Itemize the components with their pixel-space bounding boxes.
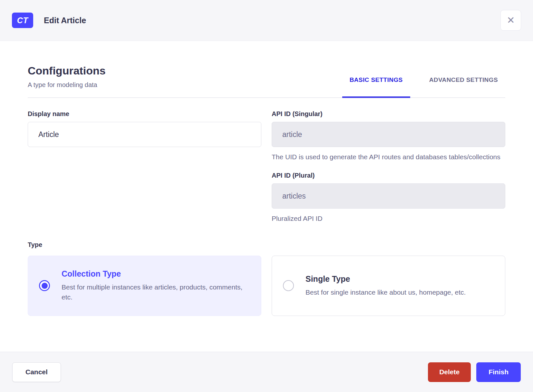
page-subtitle: A type for modeling data: [28, 81, 106, 89]
api-id-singular-field: API ID (Singular) The UID is used to gen…: [272, 110, 505, 162]
tab-basic-settings[interactable]: BASIC SETTINGS: [342, 76, 410, 98]
close-button[interactable]: ✕: [500, 10, 521, 31]
type-section: Type Collection Type Best for multiple i…: [28, 241, 505, 316]
tab-advanced-settings[interactable]: ADVANCED SETTINGS: [422, 76, 505, 98]
finish-button[interactable]: Finish: [476, 362, 521, 382]
single-type-description: Best for single instance like about us, …: [305, 287, 466, 298]
content-type-badge-label: CT: [17, 16, 28, 25]
footer-action-buttons: Delete Finish: [428, 362, 521, 382]
api-id-singular-label: API ID (Singular): [272, 110, 505, 118]
type-label: Type: [28, 241, 505, 249]
settings-tabs: BASIC SETTINGS ADVANCED SETTINGS: [342, 76, 505, 97]
page-title: Configurations: [28, 64, 106, 77]
form-left-column: Display name: [28, 110, 261, 147]
delete-button[interactable]: Delete: [428, 362, 471, 382]
radio-dot-icon: [42, 283, 48, 289]
single-type-title: Single Type: [305, 274, 466, 284]
collection-type-text: Collection Type Best for multiple instan…: [62, 269, 243, 302]
api-id-plural-field: API ID (Plural) Pluralized API ID: [272, 172, 505, 223]
configuration-form: Display name API ID (Singular) The UID i…: [28, 110, 505, 224]
api-id-singular-hint: The UID is used to generate the API rout…: [272, 152, 505, 162]
api-id-plural-input: [272, 183, 505, 209]
form-right-column: API ID (Singular) The UID is used to gen…: [272, 110, 505, 224]
single-type-text: Single Type Best for single instance lik…: [305, 274, 466, 298]
single-type-card[interactable]: Single Type Best for single instance lik…: [272, 256, 505, 316]
edit-content-type-modal: CT Edit Article ✕ Configurations A type …: [0, 0, 533, 392]
modal-title: Edit Article: [44, 16, 86, 25]
cancel-button[interactable]: Cancel: [12, 362, 61, 382]
type-cards: Collection Type Best for multiple instan…: [28, 256, 505, 316]
single-type-radio[interactable]: [283, 280, 294, 291]
api-id-plural-hint: Pluralized API ID: [272, 214, 505, 223]
api-id-singular-input: [272, 122, 505, 147]
close-icon: ✕: [507, 15, 515, 25]
collection-type-title: Collection Type: [62, 269, 243, 279]
display-name-field: Display name: [28, 110, 261, 147]
collection-type-radio[interactable]: [39, 280, 50, 291]
configurations-header-row: Configurations A type for modeling data …: [28, 64, 505, 98]
modal-footer: Cancel Delete Finish: [0, 352, 533, 392]
modal-body: Configurations A type for modeling data …: [0, 41, 533, 352]
content-type-badge-icon: CT: [12, 13, 33, 28]
api-id-plural-label: API ID (Plural): [272, 172, 505, 179]
modal-header: CT Edit Article ✕: [0, 0, 533, 41]
display-name-label: Display name: [28, 110, 261, 118]
display-name-input[interactable]: [28, 122, 261, 147]
collection-type-card[interactable]: Collection Type Best for multiple instan…: [28, 256, 261, 316]
collection-type-description: Best for multiple instances like article…: [62, 282, 243, 302]
configurations-heading: Configurations A type for modeling data: [28, 64, 106, 97]
